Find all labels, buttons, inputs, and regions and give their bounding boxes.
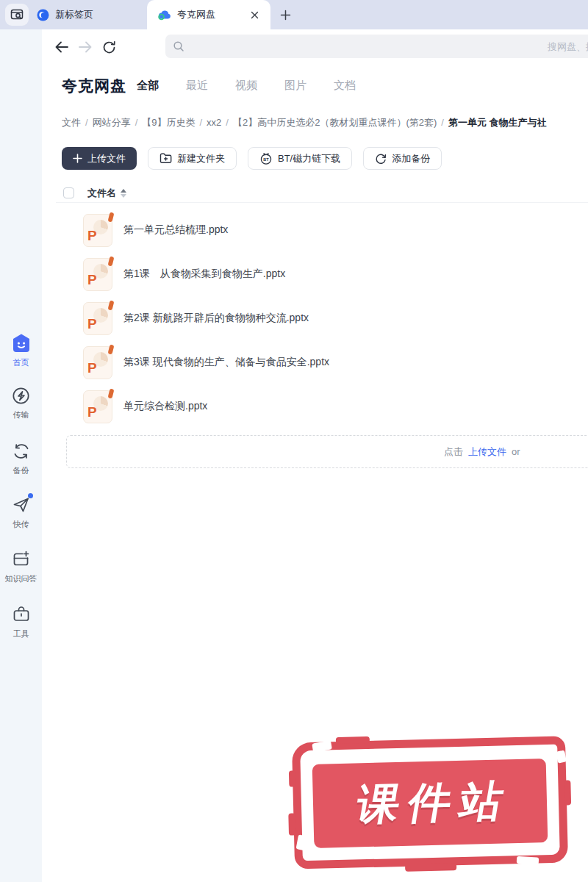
breadcrumb-separator: / <box>226 117 229 128</box>
breadcrumb-item[interactable]: 【2】高中历史选必2（教材划重点课件）(第2套) <box>233 117 437 128</box>
home-icon <box>11 333 32 353</box>
sidebar-item-label: 备份 <box>13 465 29 476</box>
breadcrumb-item[interactable]: xx2 <box>207 117 221 128</box>
filename-column-header: 文件名 <box>87 187 116 200</box>
file-name[interactable]: 第一单元总结梳理.pptx <box>123 223 228 237</box>
sidebar-item-label: 首页 <box>13 357 29 368</box>
new-folder-icon <box>159 153 172 164</box>
dropzone-upload-link[interactable]: 上传文件 <box>468 445 506 459</box>
tab-title: 新标签页 <box>55 8 93 21</box>
tab-search-button[interactable] <box>5 4 29 26</box>
file-row[interactable]: P 第2课 新航路开辟后的食物物种交流.pptx <box>56 296 588 340</box>
new-folder-button[interactable]: 新建文件夹 <box>148 147 237 170</box>
notification-dot <box>28 493 33 498</box>
tab-docs[interactable]: 文档 <box>334 79 356 93</box>
file-table-header: 文件名 <box>56 184 588 203</box>
sidebar-item-knowledge-qa[interactable]: 知识问答 <box>0 550 42 584</box>
transfer-icon <box>12 387 30 405</box>
quark-cloud-icon <box>157 9 171 21</box>
sidebar-item-transfer[interactable]: 传输 <box>0 387 42 420</box>
browser-tab-bar: 新标签页 夸克网盘 <box>0 0 588 29</box>
breadcrumb-item[interactable]: 【9】历史类 <box>142 117 195 128</box>
file-row[interactable]: P 单元综合检测.pptx <box>56 384 588 429</box>
sidebar-item-tools[interactable]: 工具 <box>0 605 42 639</box>
pptx-file-icon: P <box>83 258 112 291</box>
app-sidebar: 首页 传输 备份 快传 <box>0 29 42 882</box>
knowledge-qa-icon <box>12 550 31 569</box>
dropzone-hint: 点击 上传文件 or <box>444 436 520 467</box>
sync-icon <box>375 153 387 165</box>
back-button[interactable] <box>52 37 71 57</box>
sidebar-item-backup[interactable]: 备份 <box>0 442 42 476</box>
stamp-body: 课件站 <box>312 759 548 848</box>
browser-tab-newtab[interactable]: 新标签页 <box>26 0 137 29</box>
add-backup-label: 添加备份 <box>392 152 430 165</box>
quark-drive-logo: 夸克网盘 <box>62 76 126 96</box>
dropzone-hint-prefix: 点击 <box>444 445 463 459</box>
sidebar-item-home[interactable]: 首页 <box>0 333 42 368</box>
category-tabs: 全部 最近 视频 图片 文档 <box>137 79 356 93</box>
quick-send-icon <box>12 495 31 514</box>
sidebar-item-label: 传输 <box>13 409 29 420</box>
bt-icon: BT <box>259 152 273 165</box>
pptx-file-icon: P <box>83 214 112 247</box>
file-name[interactable]: 第3课 现代食物的生产、储备与食品安全.pptx <box>123 356 329 369</box>
dropzone-hint-suffix: or <box>512 446 520 457</box>
browser-favicon-newtab <box>37 9 49 21</box>
tab-all[interactable]: 全部 <box>137 79 159 93</box>
upload-file-label: 上传文件 <box>87 152 126 165</box>
search-bar[interactable] <box>165 35 588 58</box>
tab-recent[interactable]: 最近 <box>186 79 208 93</box>
new-folder-label: 新建文件夹 <box>177 152 225 165</box>
window-search-icon <box>10 9 24 21</box>
sidebar-item-label: 工具 <box>13 628 29 639</box>
file-name[interactable]: 第2课 新航路开辟后的食物物种交流.pptx <box>123 312 309 325</box>
bt-download-label: BT/磁力链下载 <box>278 152 340 165</box>
search-input[interactable] <box>184 41 588 52</box>
stamp-text: 课件站 <box>343 772 516 834</box>
pptx-file-icon: P <box>83 302 112 335</box>
forward-button[interactable] <box>76 37 95 57</box>
sidebar-item-label: 知识问答 <box>5 573 37 584</box>
browser-tab-quark[interactable]: 夸克网盘 <box>147 0 270 29</box>
breadcrumb-separator: / <box>199 117 202 128</box>
tools-icon <box>12 605 31 624</box>
breadcrumb-separator: / <box>135 117 138 128</box>
tab-videos[interactable]: 视频 <box>235 79 257 93</box>
file-name[interactable]: 第1课 从食物采集到食物生产.pptx <box>123 268 285 281</box>
tab-title: 夸克网盘 <box>177 8 215 21</box>
bt-magnet-download-button[interactable]: BT BT/磁力链下载 <box>248 147 352 170</box>
pptx-file-icon: P <box>83 346 112 379</box>
breadcrumb-separator: / <box>441 117 444 128</box>
search-icon <box>173 40 184 52</box>
breadcrumb-current: 第一单元 食物生产与社 <box>448 117 547 128</box>
upload-dropzone[interactable]: 点击 上传文件 or <box>66 435 588 468</box>
browser-nav-row <box>42 29 588 65</box>
tab-images[interactable]: 图片 <box>284 79 306 93</box>
watermark-stamp: 课件站 <box>292 736 568 869</box>
select-all-checkbox[interactable] <box>63 187 74 198</box>
tab-close-icon[interactable] <box>248 9 260 21</box>
breadcrumb: 文件/网站分享/【9】历史类/xx2/【2】高中历史选必2（教材划重点课件）(第… <box>62 116 588 129</box>
refresh-button[interactable] <box>99 37 118 57</box>
sidebar-item-label: 快传 <box>13 519 29 530</box>
sort-toggle-icon[interactable] <box>121 189 126 198</box>
file-row[interactable]: P 第1课 从食物采集到食物生产.pptx <box>56 252 588 296</box>
sidebar-item-quick-send[interactable]: 快传 <box>0 495 42 530</box>
plus-icon <box>73 154 82 163</box>
bt-badge-text: BT <box>263 157 269 162</box>
breadcrumb-item[interactable]: 文件 <box>62 117 81 128</box>
breadcrumb-separator: / <box>85 117 88 128</box>
upload-file-button[interactable]: 上传文件 <box>62 147 137 170</box>
file-name[interactable]: 单元综合检测.pptx <box>123 400 207 413</box>
file-list: P 第一单元总结梳理.pptx P 第1课 从食物采集到食物生产.pptx P … <box>56 208 588 429</box>
file-row[interactable]: P 第3课 现代食物的生产、储备与食品安全.pptx <box>56 340 588 384</box>
new-tab-button[interactable] <box>275 4 295 25</box>
file-toolbar: 上传文件 新建文件夹 BT BT/磁力链下载 添加备份 <box>62 147 442 170</box>
pptx-file-icon: P <box>83 390 112 423</box>
add-backup-button[interactable]: 添加备份 <box>363 147 442 170</box>
file-row[interactable]: P 第一单元总结梳理.pptx <box>56 208 588 252</box>
backup-icon <box>12 442 31 461</box>
breadcrumb-item[interactable]: 网站分享 <box>93 117 131 128</box>
